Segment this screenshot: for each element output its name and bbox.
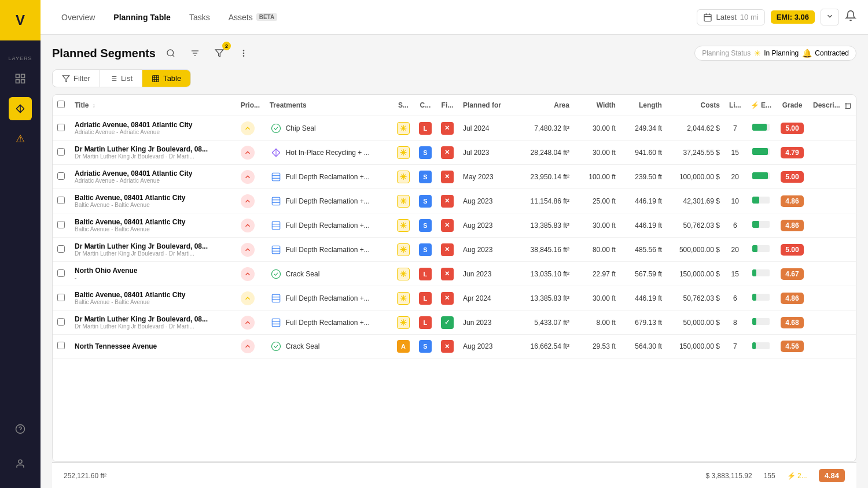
priority-indicator[interactable] <box>241 267 255 281</box>
th-grade[interactable]: Grade <box>776 95 808 116</box>
row-fi-cell[interactable]: ✕ <box>436 213 458 238</box>
row-checkbox-cell[interactable] <box>53 238 70 262</box>
row-checkbox[interactable] <box>57 342 65 349</box>
th-planned[interactable]: Planned for <box>458 95 510 116</box>
th-checkbox[interactable] <box>53 95 70 116</box>
priority-indicator[interactable] <box>241 219 255 232</box>
app-logo[interactable]: V <box>0 0 41 40</box>
user-icon[interactable] <box>9 452 32 475</box>
filter-view-btn[interactable]: Filter <box>53 70 100 87</box>
table-row[interactable]: Adriatic Avenue, 08401 Atlantic City Adr… <box>53 116 856 141</box>
row-s-cell[interactable]: ✳ <box>392 262 414 286</box>
row-priority-cell[interactable] <box>236 286 265 310</box>
row-priority-cell[interactable] <box>236 189 265 213</box>
status-star[interactable]: ✳ <box>397 171 410 183</box>
row-fi-cell[interactable]: ✕ <box>436 238 458 262</box>
status-star[interactable]: ✳ <box>397 219 410 232</box>
help-icon[interactable] <box>9 417 32 441</box>
th-treatments[interactable]: Treatments <box>265 95 392 116</box>
th-priority[interactable]: Prio... <box>236 95 265 116</box>
th-costs[interactable]: Costs <box>667 95 724 116</box>
status-x[interactable]: ✕ <box>441 171 454 183</box>
status-x[interactable]: ✕ <box>441 122 454 135</box>
row-priority-cell[interactable] <box>236 116 265 141</box>
row-priority-cell[interactable] <box>236 262 265 286</box>
row-s-cell[interactable]: ✳ <box>392 286 414 310</box>
status-x[interactable]: ✕ <box>441 219 454 232</box>
row-c-cell[interactable]: L <box>414 262 436 286</box>
row-fi-cell[interactable]: ✕ <box>436 165 458 189</box>
nav-planning-table[interactable]: Planning Table <box>104 8 180 27</box>
row-c-cell[interactable]: S <box>414 165 436 189</box>
notification-bell[interactable] <box>845 10 856 24</box>
filter-button[interactable]: 2 <box>210 44 229 62</box>
row-s-cell[interactable]: ✳ <box>392 213 414 238</box>
row-s-cell[interactable]: ✳ <box>392 141 414 165</box>
status-a[interactable]: A <box>397 340 410 353</box>
status-s[interactable]: S <box>419 146 432 159</box>
search-button[interactable] <box>161 44 180 62</box>
priority-indicator[interactable] <box>241 243 255 257</box>
row-c-cell[interactable]: S <box>414 189 436 213</box>
nav-overview[interactable]: Overview <box>52 8 104 27</box>
row-checkbox-cell[interactable] <box>53 262 70 286</box>
nav-tasks[interactable]: Tasks <box>180 8 219 27</box>
status-l[interactable]: L <box>419 122 432 135</box>
priority-indicator[interactable] <box>241 316 255 330</box>
row-fi-cell[interactable]: ✕ <box>436 286 458 310</box>
row-checkbox[interactable] <box>57 221 65 228</box>
row-c-cell[interactable]: S <box>414 141 436 165</box>
status-star[interactable]: ✳ <box>397 292 410 305</box>
priority-indicator[interactable] <box>241 170 255 184</box>
table-row[interactable]: Dr Martin Luther King Jr Boulevard, 08..… <box>53 310 856 335</box>
status-l[interactable]: L <box>419 292 432 305</box>
row-priority-cell[interactable] <box>236 238 265 262</box>
row-fi-cell[interactable]: ✕ <box>436 262 458 286</box>
status-l[interactable]: L <box>419 316 432 329</box>
more-options-button[interactable] <box>234 44 253 62</box>
emi-dropdown[interactable] <box>821 9 839 25</box>
row-checkbox-cell[interactable] <box>53 189 70 213</box>
status-x[interactable]: ✕ <box>441 340 454 353</box>
in-planning-chip[interactable]: ✳ In Planning <box>754 49 799 58</box>
table-row[interactable]: North Ohio Avenue - Crack Seal ✳ L ✕ Jun… <box>53 262 856 286</box>
status-s[interactable]: S <box>419 171 432 183</box>
row-c-cell[interactable]: S <box>414 213 436 238</box>
row-s-cell[interactable]: ✳ <box>392 189 414 213</box>
th-s[interactable]: S... <box>392 95 414 116</box>
priority-indicator[interactable] <box>241 291 255 305</box>
row-c-cell[interactable]: L <box>414 116 436 141</box>
th-li[interactable]: Li... <box>724 95 746 116</box>
row-checkbox-cell[interactable] <box>53 165 70 189</box>
table-view-btn[interactable]: Table <box>142 70 190 87</box>
row-checkbox-cell[interactable] <box>53 286 70 310</box>
status-x[interactable]: ✕ <box>441 292 454 305</box>
th-description[interactable]: Descri... <box>808 95 856 116</box>
row-checkbox[interactable] <box>57 197 65 204</box>
row-c-cell[interactable]: S <box>414 238 436 262</box>
row-checkbox[interactable] <box>57 269 65 277</box>
row-checkbox-cell[interactable] <box>53 116 70 141</box>
th-length[interactable]: Length <box>620 95 667 116</box>
status-s[interactable]: S <box>419 195 432 208</box>
priority-indicator[interactable] <box>241 339 255 353</box>
row-checkbox[interactable] <box>57 318 65 326</box>
row-checkbox-cell[interactable] <box>53 310 70 335</box>
row-checkbox[interactable] <box>57 294 65 301</box>
table-row[interactable]: Baltic Avenue, 08401 Atlantic City Balti… <box>53 213 856 238</box>
priority-indicator[interactable] <box>241 121 255 135</box>
status-check[interactable]: ✓ <box>441 316 454 329</box>
row-c-cell[interactable]: L <box>414 310 436 335</box>
status-x[interactable]: ✕ <box>441 195 454 208</box>
status-s[interactable]: S <box>419 243 432 256</box>
emi-badge[interactable]: EMI: 3.06 <box>771 10 815 24</box>
row-fi-cell[interactable]: ✓ <box>436 310 458 335</box>
th-fi[interactable]: Fi... <box>436 95 458 116</box>
row-fi-cell[interactable]: ✕ <box>436 141 458 165</box>
row-priority-cell[interactable] <box>236 335 265 358</box>
th-e[interactable]: ⚡ E... <box>746 95 776 116</box>
row-priority-cell[interactable] <box>236 213 265 238</box>
status-x[interactable]: ✕ <box>441 146 454 159</box>
status-star[interactable]: ✳ <box>397 195 410 208</box>
row-checkbox[interactable] <box>57 148 65 156</box>
